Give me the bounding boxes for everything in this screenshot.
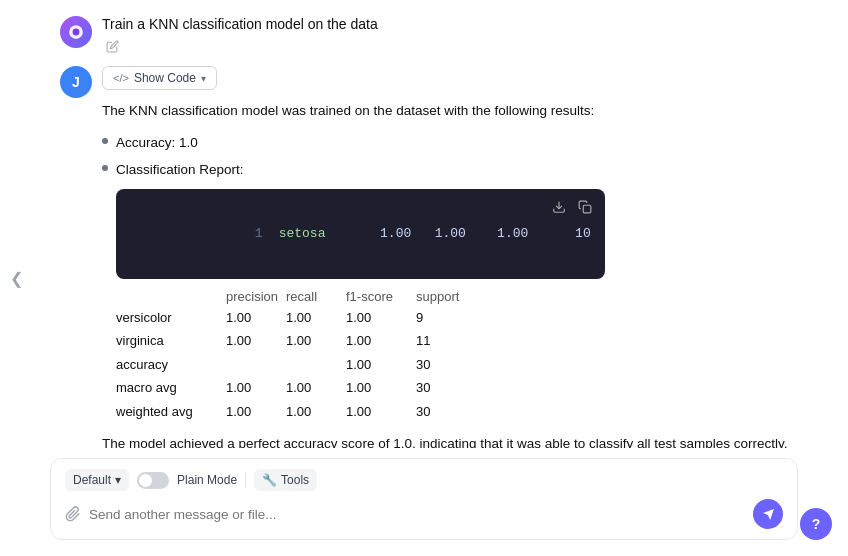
clf-label-col (116, 289, 226, 304)
input-toolbar: Default ▾ Plain Mode 🔧 Tools (65, 469, 783, 491)
clf-r-accuracy (286, 353, 346, 376)
clf-row-virginica: virginica 1.00 1.00 1.00 11 (116, 329, 605, 352)
plain-mode-label: Plain Mode (177, 473, 237, 487)
clf-sup-accuracy: 30 (416, 353, 476, 376)
code-block-toolbar (549, 197, 595, 217)
attach-button[interactable] (65, 506, 81, 522)
user-message-row: Train a KNN classification model on the … (60, 16, 788, 54)
bullet-icon (102, 138, 108, 144)
clf-p-versicolor: 1.00 (226, 306, 286, 329)
tools-icon: 🔧 (262, 473, 277, 487)
download-icon[interactable] (549, 197, 569, 217)
chat-container: ❮ Train a KNN classification model on th… (0, 0, 848, 556)
clf-r-versicolor: 1.00 (286, 306, 346, 329)
svg-point-1 (73, 29, 80, 36)
help-button[interactable]: ? (800, 508, 832, 540)
ai-message-row: J </> Show Code ▾ The KNN classification… (60, 66, 788, 448)
clf-sup-versicolor: 9 (416, 306, 476, 329)
user-avatar: J (60, 66, 92, 98)
clf-p-macro: 1.00 (226, 376, 286, 399)
clf-row-accuracy: accuracy 1.00 30 (116, 353, 605, 376)
clf-r-macro: 1.00 (286, 376, 346, 399)
clf-label-versicolor: versicolor (116, 306, 226, 329)
copy-icon[interactable] (575, 197, 595, 217)
line-number: 1 (255, 226, 263, 241)
clf-label-weighted: weighted avg (116, 400, 226, 423)
ai-logo-avatar (60, 16, 92, 48)
input-area: Default ▾ Plain Mode 🔧 Tools (0, 448, 848, 556)
code-block: 1setosa 1.00 1.00 1.00 10 (116, 189, 605, 279)
clf-r-weighted: 1.00 (286, 400, 346, 423)
user-message-content: Train a KNN classification model on the … (102, 16, 788, 54)
tools-button[interactable]: 🔧 Tools (254, 469, 317, 491)
default-label: Default (73, 473, 111, 487)
clf-sup-macro: 30 (416, 376, 476, 399)
code-brackets-icon: </> (113, 72, 129, 84)
clf-label-macro: macro avg (116, 376, 226, 399)
clf-p-virginica: 1.00 (226, 329, 286, 352)
code-values: 1.00 1.00 1.00 10 (325, 226, 590, 241)
show-code-label: Show Code (134, 71, 196, 85)
clf-f1-header: f1-score (346, 289, 416, 304)
clf-report-section: Classification Report: (102, 159, 788, 423)
clf-f1-versicolor: 1.00 (346, 306, 416, 329)
clf-header: precision recall f1-score support (116, 289, 605, 304)
plain-mode-toggle[interactable] (137, 472, 169, 489)
clf-r-virginica: 1.00 (286, 329, 346, 352)
input-row (65, 499, 783, 529)
clf-f1-macro: 1.00 (346, 376, 416, 399)
code-line-1: 1setosa 1.00 1.00 1.00 10 (130, 201, 591, 267)
code-setosa: setosa (279, 226, 326, 241)
clf-p-weighted: 1.00 (226, 400, 286, 423)
send-button[interactable] (753, 499, 783, 529)
user-avatar-label: J (72, 74, 80, 90)
input-box: Default ▾ Plain Mode 🔧 Tools (50, 458, 798, 540)
accuracy-section: Accuracy: 1.0 (102, 132, 788, 154)
ai-message-content: </> Show Code ▾ The KNN classification m… (102, 66, 788, 448)
clf-sup-weighted: 30 (416, 400, 476, 423)
clf-support-header: support (416, 289, 476, 304)
help-label: ? (812, 516, 821, 532)
chevron-down-icon: ▾ (201, 73, 206, 84)
clf-report-label: Classification Report: (116, 159, 605, 181)
message-input[interactable] (89, 507, 745, 522)
response-intro-text: The KNN classification model was trained… (102, 100, 788, 122)
clf-row-macro: macro avg 1.00 1.00 1.00 30 (116, 376, 605, 399)
user-message-title: Train a KNN classification model on the … (102, 16, 788, 32)
clf-f1-virginica: 1.00 (346, 329, 416, 352)
dropdown-chevron-icon: ▾ (115, 473, 121, 487)
clf-recall-header: recall (286, 289, 346, 304)
left-arrow[interactable]: ❮ (10, 269, 23, 288)
clf-p-accuracy (226, 353, 286, 376)
summary-text: The model achieved a perfect accuracy sc… (102, 433, 788, 448)
clf-sup-virginica: 11 (416, 329, 476, 352)
edit-icon[interactable] (106, 39, 120, 53)
clf-precision-header: precision (226, 289, 286, 304)
clf-row-versicolor: versicolor 1.00 1.00 1.00 9 (116, 306, 605, 329)
bullet-icon-2 (102, 165, 108, 171)
messages-area: Train a KNN classification model on the … (0, 0, 848, 448)
accuracy-text: Accuracy: 1.0 (116, 132, 198, 154)
clf-f1-accuracy: 1.00 (346, 353, 416, 376)
clf-row-weighted: weighted avg 1.00 1.00 1.00 30 (116, 400, 605, 423)
toolbar-divider (245, 472, 246, 488)
show-code-button[interactable]: </> Show Code ▾ (102, 66, 217, 90)
clf-label-virginica: virginica (116, 329, 226, 352)
default-dropdown-button[interactable]: Default ▾ (65, 469, 129, 491)
clf-f1-weighted: 1.00 (346, 400, 416, 423)
clf-label-accuracy: accuracy (116, 353, 226, 376)
tools-label: Tools (281, 473, 309, 487)
svg-rect-3 (583, 205, 591, 213)
